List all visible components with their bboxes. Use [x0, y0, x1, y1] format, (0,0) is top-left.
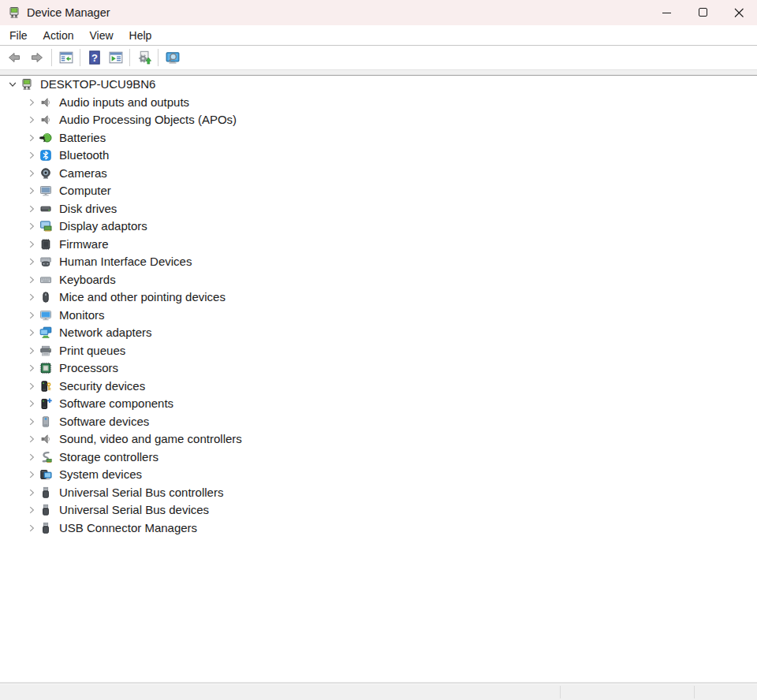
forward-button[interactable] — [25, 47, 48, 69]
scan-for-hardware-changes-button[interactable] — [162, 47, 183, 69]
show-hide-action-pane-button[interactable] — [105, 47, 126, 69]
tree-item-computer[interactable]: Computer — [0, 182, 757, 200]
tree-item-software-devices[interactable]: Software devices — [0, 413, 757, 431]
close-button[interactable] — [721, 0, 757, 25]
tree-item-label: Network adapters — [59, 326, 152, 339]
tree-item-display-adaptors[interactable]: Display adaptors — [0, 218, 757, 236]
chevron-collapsed-icon[interactable] — [23, 522, 39, 534]
chevron-collapsed-icon[interactable] — [23, 415, 39, 428]
chevron-collapsed-icon[interactable] — [23, 167, 39, 180]
chevron-collapsed-icon[interactable] — [23, 149, 39, 162]
status-bar-divider — [694, 686, 695, 698]
tree-item-label: Computer — [59, 184, 111, 197]
chevron-collapsed-icon[interactable] — [23, 220, 39, 233]
menu-action[interactable]: Action — [35, 25, 82, 45]
keyboard-icon — [39, 274, 52, 286]
chevron-collapsed-icon[interactable] — [23, 486, 39, 499]
software-component-icon — [39, 397, 52, 410]
chevron-collapsed-icon[interactable] — [23, 397, 39, 410]
chevron-collapsed-icon[interactable] — [23, 96, 39, 109]
tree-item-label: Software devices — [59, 415, 149, 428]
toolbar-separator — [80, 49, 80, 66]
chevron-expanded-icon[interactable] — [4, 78, 21, 91]
chevron-collapsed-icon[interactable] — [23, 468, 39, 481]
chevron-collapsed-icon[interactable] — [23, 380, 39, 393]
chevron-collapsed-icon[interactable] — [23, 504, 39, 516]
device-manager-icon — [21, 78, 33, 91]
chevron-collapsed-icon[interactable] — [23, 344, 39, 357]
tree-item-firmware[interactable]: Firmware — [0, 236, 757, 254]
tree-item-sound-video-and-game-controllers[interactable]: Sound, video and game controllers — [0, 430, 757, 449]
tree-item-audio-processing-objects-apos[interactable]: Audio Processing Objects (APOs) — [0, 111, 757, 129]
tree-item-desktop-ucu9bn6[interactable]: DESKTOP-UCU9BN6 — [0, 76, 757, 94]
tree-item-audio-inputs-and-outputs[interactable]: Audio inputs and outputs — [0, 94, 757, 112]
tree-item-label: Sound, video and game controllers — [59, 433, 242, 445]
tree-item-human-interface-devices[interactable]: Human Interface Devices — [0, 253, 757, 271]
toolbar-separator — [129, 49, 130, 66]
minimize-button[interactable] — [648, 0, 684, 25]
menu-help[interactable]: Help — [121, 25, 160, 45]
speaker-icon — [39, 114, 52, 126]
status-bar — [0, 683, 757, 700]
chevron-collapsed-icon[interactable] — [23, 362, 39, 374]
chevron-collapsed-icon[interactable] — [23, 433, 39, 445]
security-device-icon — [39, 380, 52, 393]
tree-item-disk-drives[interactable]: Disk drives — [0, 200, 757, 218]
tree-item-label: Firmware — [59, 238, 109, 251]
add-legacy-hardware-button[interactable] — [133, 47, 155, 69]
device-tree: DESKTOP-UCU9BN6Audio inputs and outputsA… — [0, 76, 757, 683]
tree-item-label: Audio inputs and outputs — [59, 96, 189, 109]
usb-plug-icon — [39, 486, 52, 499]
tree-item-label: Bluetooth — [59, 149, 109, 162]
chevron-collapsed-icon[interactable] — [23, 114, 39, 126]
bluetooth-icon — [39, 149, 52, 162]
help-icon: ? — [88, 50, 102, 65]
firmware-chip-icon — [39, 238, 52, 251]
chevron-collapsed-icon[interactable] — [23, 326, 39, 339]
tree-item-security-devices[interactable]: Security devices — [0, 378, 757, 396]
toolbar-divider — [0, 70, 757, 76]
chevron-collapsed-icon[interactable] — [23, 274, 39, 286]
chevron-collapsed-icon[interactable] — [23, 203, 39, 215]
tree-item-storage-controllers[interactable]: Storage controllers — [0, 449, 757, 467]
chevron-collapsed-icon[interactable] — [23, 451, 39, 464]
chevron-collapsed-icon[interactable] — [23, 291, 39, 303]
tree-item-label: Display adaptors — [59, 220, 147, 233]
tree-item-software-components[interactable]: Software components — [0, 395, 757, 413]
chevron-collapsed-icon[interactable] — [23, 184, 39, 197]
back-button[interactable] — [2, 47, 25, 69]
maximize-button[interactable] — [684, 0, 721, 25]
tree-item-system-devices[interactable]: System devices — [0, 466, 757, 484]
tree-item-usb-connector-managers[interactable]: USB Connector Managers — [0, 519, 757, 538]
tree-item-print-queues[interactable]: Print queues — [0, 342, 757, 360]
tree-item-batteries[interactable]: Batteries — [0, 129, 757, 147]
tree-item-cameras[interactable]: Cameras — [0, 165, 757, 183]
tree-item-keyboards[interactable]: Keyboards — [0, 271, 757, 289]
chevron-collapsed-icon[interactable] — [23, 309, 39, 322]
tree-item-monitors[interactable]: Monitors — [0, 307, 757, 325]
chevron-collapsed-icon[interactable] — [23, 238, 39, 251]
battery-icon — [39, 132, 52, 144]
storage-controller-icon — [39, 451, 52, 464]
menu-file[interactable]: File — [2, 25, 35, 45]
disk-drive-icon — [39, 203, 52, 215]
title-bar: Device Manager — [0, 0, 757, 25]
tree-item-bluetooth[interactable]: Bluetooth — [0, 147, 757, 165]
chevron-collapsed-icon[interactable] — [23, 255, 39, 268]
menu-view[interactable]: View — [81, 25, 121, 45]
tree-item-label: Batteries — [59, 132, 106, 144]
tree-item-universal-serial-bus-devices[interactable]: Universal Serial Bus devices — [0, 501, 757, 519]
tree-item-universal-serial-bus-controllers[interactable]: Universal Serial Bus controllers — [0, 484, 757, 502]
tree-item-label: Print queues — [59, 344, 125, 357]
tree-item-processors[interactable]: Processors — [0, 359, 757, 378]
show-hide-console-tree-button[interactable] — [55, 47, 76, 69]
network-adapter-icon — [39, 326, 52, 339]
back-arrow-icon — [6, 51, 23, 64]
tree-item-mice-and-other-pointing-devices[interactable]: Mice and other pointing devices — [0, 289, 757, 307]
help-button[interactable]: ? — [84, 47, 105, 69]
usb-plug-icon — [39, 504, 52, 516]
chevron-collapsed-icon[interactable] — [23, 132, 39, 144]
tree-item-label: Monitors — [59, 309, 105, 322]
tree-item-network-adapters[interactable]: Network adapters — [0, 324, 757, 342]
tree-item-label: USB Connector Managers — [59, 522, 197, 534]
